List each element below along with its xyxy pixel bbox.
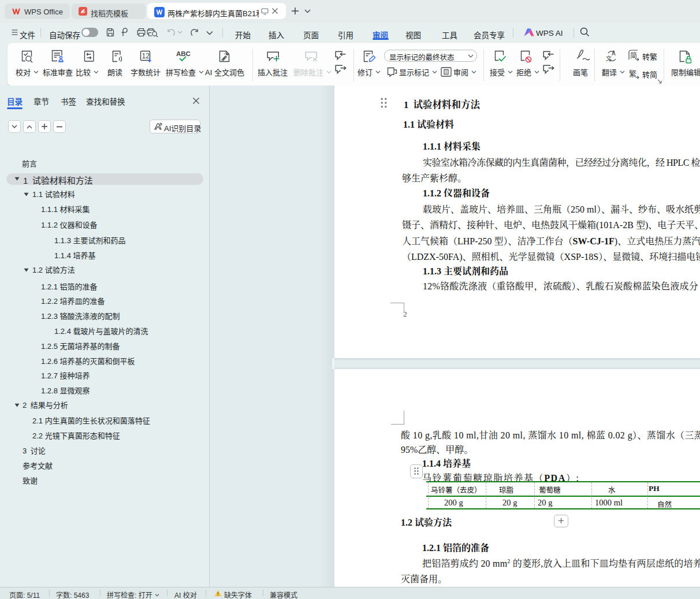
svg-text:繁: 繁 (629, 69, 636, 78)
svg-text:12: 12 (142, 52, 150, 60)
svg-text:ABC: ABC (176, 50, 191, 57)
svg-text:简: 简 (630, 52, 637, 60)
